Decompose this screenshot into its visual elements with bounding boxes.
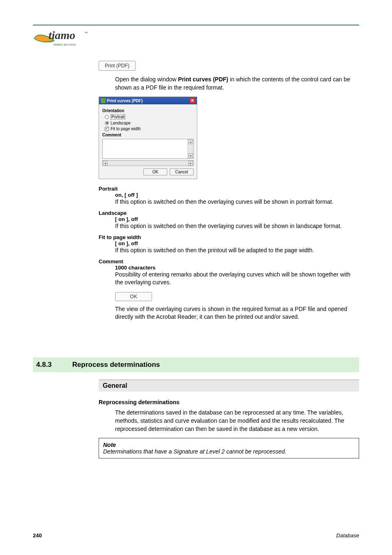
opt-landscape-title: Landscape bbox=[99, 210, 359, 216]
dialog-app-icon bbox=[101, 98, 106, 103]
comment-textarea[interactable]: ▴ ▾ bbox=[102, 139, 194, 159]
intro-paragraph: Open the dialog window Print curves (PDF… bbox=[115, 76, 359, 92]
chapter-label: Database bbox=[336, 532, 359, 539]
radio-landscape[interactable]: Landscape bbox=[105, 121, 194, 125]
opt-portrait-desc: If this option is switched on then the o… bbox=[115, 198, 359, 206]
opt-portrait-title: Portrait bbox=[99, 186, 359, 192]
dialog-title-text: Print curves (PDF) bbox=[107, 99, 143, 103]
opt-landscape-desc: If this option is switched on then the o… bbox=[115, 222, 359, 230]
checkbox-fit[interactable]: ✓ Fit to page width bbox=[105, 127, 194, 131]
page-footer: 240 Database bbox=[33, 532, 359, 539]
scrollbar-horizontal[interactable]: ◂ ▸ bbox=[102, 160, 194, 166]
comment-group-label: Comment bbox=[102, 133, 194, 137]
close-icon[interactable]: ✕ bbox=[189, 98, 195, 104]
opt-fit-desc: If this option is switched on then the p… bbox=[115, 246, 359, 254]
scrollbar-vertical[interactable]: ▴ ▾ bbox=[187, 139, 193, 158]
section-title: Reprocess determinations bbox=[72, 361, 160, 369]
logo-text: tiamo bbox=[48, 29, 75, 42]
dialog-ok-button[interactable]: OK bbox=[143, 168, 167, 175]
opt-fit-vals: [ on ], off bbox=[115, 240, 359, 246]
scroll-down-icon[interactable]: ▾ bbox=[188, 153, 193, 158]
checkbox-fit-label: Fit to page width bbox=[111, 127, 141, 131]
orientation-group-label: Orientation bbox=[102, 108, 194, 113]
radio-portrait[interactable]: Portrait bbox=[105, 114, 194, 120]
ok-paragraph: The view of the overlaying curves is sho… bbox=[115, 305, 359, 321]
header-rule bbox=[33, 25, 359, 25]
logo-tm: ™ bbox=[84, 31, 88, 35]
intro-text-bold: Print curves (PDF) bbox=[178, 76, 228, 83]
radio-icon bbox=[105, 121, 109, 125]
intro-text-pre: Open the dialog window bbox=[115, 76, 178, 83]
opt-fit-title: Fit to page width bbox=[99, 234, 359, 240]
opt-comment-title: Comment bbox=[99, 258, 359, 265]
opt-landscape-vals: [ on ], off bbox=[115, 216, 359, 222]
radio-portrait-label: Portrait bbox=[111, 114, 125, 120]
dialog-cancel-button[interactable]: Cancel bbox=[170, 168, 194, 175]
opt-comment-desc: Possibility of entering remarks about th… bbox=[115, 271, 359, 286]
opt-portrait-vals: on, [ off ] bbox=[115, 192, 359, 198]
ok-button[interactable]: OK bbox=[115, 292, 152, 301]
opt-comment-vals: 1000 characters bbox=[115, 265, 359, 271]
logo-tagline: titration and more bbox=[53, 43, 76, 46]
scroll-right-icon[interactable]: ▸ bbox=[188, 161, 193, 166]
radio-landscape-label: Landscape bbox=[111, 121, 131, 125]
page-number: 240 bbox=[33, 532, 42, 539]
general-heading: General bbox=[99, 380, 359, 391]
dialog-titlebar: Print curves (PDF) ✕ bbox=[99, 97, 197, 104]
reprocessing-paragraph: The determinations saved in the database… bbox=[115, 409, 359, 433]
note-title: Note bbox=[103, 442, 355, 448]
section-heading: 4.8.3 Reprocess determinations bbox=[33, 357, 359, 372]
scroll-left-icon[interactable]: ◂ bbox=[103, 161, 108, 166]
logo: tiamo ™ titration and more bbox=[33, 29, 359, 48]
print-pdf-button[interactable]: Print (PDF) bbox=[99, 61, 136, 71]
radio-icon bbox=[105, 115, 109, 119]
note-text: Determinations that have a Signature at … bbox=[103, 448, 355, 455]
reprocessing-heading: Reprocessing determinations bbox=[99, 399, 359, 405]
checkbox-icon: ✓ bbox=[105, 127, 109, 131]
section-number: 4.8.3 bbox=[36, 361, 52, 369]
print-dialog: Print curves (PDF) ✕ Orientation Portrai… bbox=[99, 97, 197, 179]
note-box: Note Determinations that have a Signatur… bbox=[99, 438, 359, 458]
scroll-up-icon[interactable]: ▴ bbox=[188, 139, 193, 144]
